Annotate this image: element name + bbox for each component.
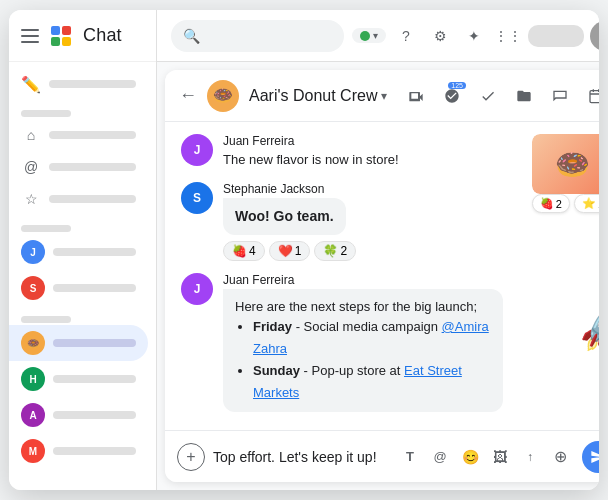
svg-rect-4 [590, 90, 599, 102]
message-group-3: J Juan Ferreira Here are the next steps … [181, 273, 599, 413]
apps-button[interactable]: ⋮⋮ [494, 22, 522, 50]
sidebar-item-person2[interactable]: S [9, 270, 148, 306]
mention-label [49, 163, 136, 171]
svg-rect-2 [51, 37, 60, 46]
sidebar-item-starred[interactable]: ☆ [9, 183, 148, 215]
h-label [53, 375, 136, 383]
sidebar-item-person1[interactable]: J [9, 234, 148, 270]
status-dot [360, 31, 370, 41]
people-section: J S [9, 217, 156, 308]
status-chevron: ▾ [373, 30, 378, 41]
mention-icon: @ [21, 157, 41, 177]
space2-label [53, 411, 136, 419]
msg3-bubble: Here are the next steps for the big laun… [223, 289, 503, 413]
image-upload-button[interactable]: 🖼 [486, 443, 514, 471]
messages-area: 🍩 🍓 2 ⭐ 1 J Juan Ferreira The new flavor [165, 122, 599, 430]
sidebar-item-space2[interactable]: A [9, 397, 148, 433]
add-attachment-button[interactable]: + [177, 443, 205, 471]
help-button[interactable]: ? [392, 22, 420, 50]
check-button[interactable] [472, 80, 504, 112]
chat-title-text: Aari's Donut Crew [249, 87, 377, 105]
sidebar-item-compose[interactable]: ✏️ [9, 68, 148, 100]
reaction-clover[interactable]: 🍀 2 [314, 241, 356, 261]
sidebar-item-mentions[interactable]: @ [9, 151, 148, 183]
user-avatar[interactable] [590, 21, 599, 51]
compose-label [49, 80, 136, 88]
person2-avatar: S [21, 276, 45, 300]
spaces-section: 🍩 H A M [9, 308, 156, 471]
chat-header-actions: 125 [400, 80, 599, 112]
person2-label [53, 284, 136, 292]
strawberry-count: 2 [556, 198, 562, 210]
sidebar-item-donut-crew[interactable]: 🍩 [9, 325, 148, 361]
format-button[interactable]: T [396, 443, 424, 471]
compose-input[interactable] [213, 449, 388, 465]
sunday-label: Sunday [253, 363, 300, 378]
reaction-clover-count: 2 [340, 244, 347, 258]
sidebar-nav: ✏️ ⌂ @ ☆ [9, 68, 156, 471]
nav-section: ⌂ @ ☆ [9, 102, 156, 217]
menu-icon[interactable] [21, 29, 39, 43]
donut-image: 🍩 [532, 134, 599, 194]
account-bar [528, 25, 584, 47]
compose-actions: T @ 😊 🖼 ↑ ⊕ [396, 443, 574, 471]
reaction-strawberry-count: 4 [249, 244, 256, 258]
msg3-list: Friday - Social media campaign @Amira Za… [235, 316, 491, 404]
section-divider [21, 110, 71, 117]
back-button[interactable]: ← [179, 85, 197, 106]
chat-title-chevron[interactable]: ▾ [381, 89, 387, 103]
msg2-reactions: 🍓 4 ❤️ 1 🍀 2 [223, 241, 599, 261]
apps-chat-button[interactable] [544, 80, 576, 112]
sidebar-item-h[interactable]: H [9, 361, 148, 397]
star-label [49, 195, 136, 203]
tasks-button[interactable]: 125 [436, 80, 468, 112]
star-count: 1 [598, 198, 599, 210]
msg3-intro: Here are the next steps for the big laun… [235, 297, 491, 317]
emoji-button[interactable]: 😊 [456, 443, 484, 471]
donut-crew-label [53, 339, 136, 347]
h-avatar: H [21, 367, 45, 391]
chat-title: Aari's Donut Crew ▾ [249, 87, 387, 105]
reaction-strawberry[interactable]: 🍓 4 [223, 241, 265, 261]
folder-button[interactable] [508, 80, 540, 112]
tasks-badge: 125 [448, 82, 466, 89]
svg-rect-3 [62, 37, 71, 46]
donut-crew-avatar: 🍩 [21, 331, 45, 355]
sidebar-item-home[interactable]: ⌂ [9, 119, 148, 151]
settings-button[interactable]: ⚙ [426, 22, 454, 50]
msg2-bubble: Woo! Go team. [223, 198, 346, 235]
app-window: Chat ✏️ ⌂ @ ☆ [9, 10, 599, 490]
mention-button[interactable]: @ [426, 443, 454, 471]
compose-bar: + T @ 😊 🖼 ↑ ⊕ [165, 430, 599, 482]
search-icon: 🔍 [183, 28, 200, 44]
msg3-bullet-sunday: Sunday - Pop-up store at Eat Street Mark… [253, 360, 491, 404]
status-indicator[interactable]: ▾ [352, 28, 386, 43]
star-icon: ☆ [21, 189, 41, 209]
topbar: 🔍 ▾ ? ⚙ ✦ ⋮⋮ [157, 10, 599, 62]
friday-label: Friday [253, 319, 292, 334]
msg3-content: Juan Ferreira Here are the next steps fo… [223, 273, 599, 413]
sidebar-header: Chat [9, 10, 156, 62]
search-box[interactable]: 🔍 [171, 20, 344, 52]
video-call-button[interactable] [400, 80, 432, 112]
person1-avatar: J [21, 240, 45, 264]
send-button[interactable] [582, 441, 599, 473]
sidebar-item-space3[interactable]: M [9, 433, 148, 469]
compose-icon: ✏️ [21, 74, 41, 94]
home-label [49, 131, 136, 139]
upload-button[interactable]: ↑ [516, 443, 544, 471]
more-button[interactable]: ⊕ [546, 443, 574, 471]
app-logo [49, 24, 73, 48]
calendar-button[interactable] [580, 80, 599, 112]
person1-label [53, 248, 136, 256]
spaces-divider [21, 316, 71, 323]
bookmark-button[interactable]: ✦ [460, 22, 488, 50]
msg3-avatar: J [181, 273, 213, 305]
image-reaction-strawberry[interactable]: 🍓 2 [532, 194, 570, 213]
svg-rect-1 [62, 26, 71, 35]
image-reaction-star[interactable]: ⭐ 1 [574, 194, 599, 213]
space3-label [53, 447, 136, 455]
space3-avatar: M [21, 439, 45, 463]
svg-rect-0 [51, 26, 60, 35]
reaction-heart[interactable]: ❤️ 1 [269, 241, 311, 261]
